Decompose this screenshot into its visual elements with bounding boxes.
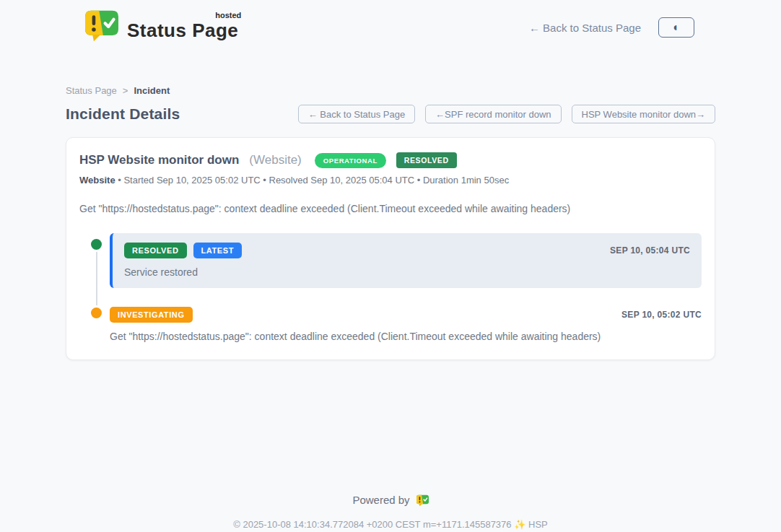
footer-copyright: © 2025-10-08 14:10:34.772084 +0200 CEST … — [0, 519, 781, 530]
theme-toggle-button[interactable]: ◐ — [658, 17, 694, 38]
update-message: Service restored — [124, 266, 690, 278]
incident-timeline: RESOLVED LATEST SEP 10, 05:04 UTC Servic… — [79, 233, 702, 342]
next-incident-button[interactable]: HSP Website monitor down→ — [572, 105, 715, 123]
timeline-update-investigating: INVESTIGATING SEP 10, 05:02 UTC Get "htt… — [79, 307, 702, 342]
breadcrumb: Status Page > Incident — [66, 85, 715, 96]
incident-meta: Website • Started Sep 10, 2025 05:02 UTC… — [79, 175, 702, 186]
resolved-timeline-dot — [91, 239, 102, 250]
powered-by-label: Powered by — [352, 494, 409, 506]
status-page-logo-icon — [85, 9, 118, 45]
main-content: Status Page > Incident Incident Details … — [66, 85, 715, 360]
update-timestamp: SEP 10, 05:02 UTC — [621, 310, 702, 320]
footer-powered-by: Powered by — [0, 493, 781, 507]
latest-badge: LATEST — [193, 243, 243, 258]
dark-mode-icon: ◐ — [673, 22, 680, 33]
breadcrumb-current: Incident — [134, 85, 170, 96]
incident-title: HSP Website monitor down — [79, 153, 239, 167]
incident-card: HSP Website monitor down (Website) OPERA… — [66, 137, 715, 360]
resolved-state-badge: RESOLVED — [396, 152, 457, 168]
investigating-timeline-dot — [91, 308, 102, 318]
incident-nav-buttons: ← Back to Status Page ←SPF record monito… — [298, 105, 715, 123]
timeline-update-latest: RESOLVED LATEST SEP 10, 05:04 UTC Servic… — [79, 233, 702, 288]
resolved-badge: RESOLVED — [124, 243, 187, 258]
brand-name: Status Page — [127, 19, 238, 41]
breadcrumb-status-page-link[interactable]: Status Page — [66, 85, 117, 96]
incident-component: (Website) — [249, 153, 301, 167]
operational-status-badge: OPERATIONAL — [315, 153, 386, 168]
header: hosted Status Page ← Back to Status Page… — [0, 0, 781, 46]
page-title: Incident Details — [66, 105, 180, 123]
previous-incident-button[interactable]: ←SPF record monitor down — [425, 105, 561, 123]
brand-logo[interactable]: hosted Status Page — [85, 9, 238, 45]
investigating-badge: INVESTIGATING — [110, 307, 193, 323]
header-back-to-status-page-link[interactable]: ← Back to Status Page — [529, 22, 641, 34]
back-to-status-page-button[interactable]: ← Back to Status Page — [298, 105, 415, 123]
incident-meta-details: • Started Sep 10, 2025 05:02 UTC • Resol… — [115, 175, 510, 186]
update-timestamp: SEP 10, 05:04 UTC — [610, 245, 690, 256]
status-page-logo-small-icon — [416, 493, 429, 507]
latest-update-box: RESOLVED LATEST SEP 10, 05:04 UTC Servic… — [110, 233, 702, 288]
incident-meta-component: Website — [79, 175, 115, 186]
breadcrumb-separator: > — [123, 85, 128, 96]
brand-superscript: hosted — [215, 11, 241, 19]
incident-description: Get "https://hostedstatus.page": context… — [79, 203, 702, 214]
update-message: Get "https://hostedstatus.page": context… — [110, 331, 702, 342]
